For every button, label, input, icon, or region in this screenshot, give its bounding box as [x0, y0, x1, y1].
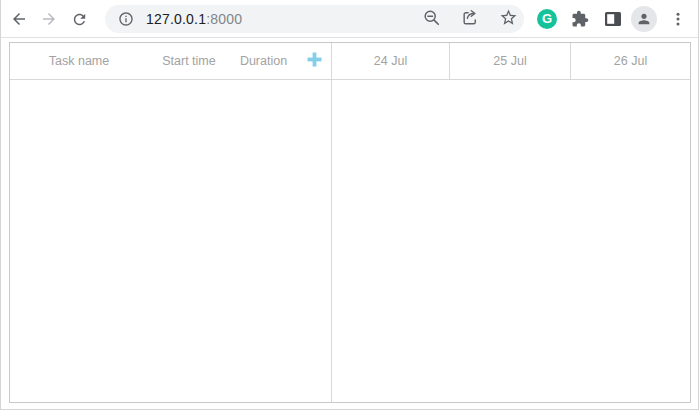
url-port: :8000	[206, 11, 242, 27]
plus-icon	[307, 52, 322, 71]
gantt-grid-body-empty	[10, 80, 332, 402]
side-panel-icon	[604, 10, 622, 28]
scale-cell-24-jul: 24 Jul	[332, 43, 450, 79]
gantt-timeline-scale: 24 Jul 25 Jul 26 Jul	[332, 43, 690, 79]
share-icon	[461, 8, 480, 30]
forward-arrow-icon	[40, 10, 58, 28]
side-panel-button[interactable]	[599, 5, 627, 33]
gantt-timeline-body-empty	[332, 80, 690, 402]
gantt-body	[10, 80, 690, 402]
page-content: Task name Start time Duration 24 Jul 25 …	[1, 38, 698, 410]
puzzle-piece-icon	[571, 10, 589, 28]
browser-window: 127.0.0.1:8000	[0, 0, 699, 410]
profile-avatar-icon	[631, 6, 657, 32]
column-header-start-time: Start time	[148, 43, 230, 79]
url-host: 127.0.0.1	[146, 11, 206, 27]
share-button[interactable]	[458, 7, 482, 31]
gantt-grid-header: Task name Start time Duration	[10, 43, 332, 79]
browser-menu-button[interactable]	[664, 5, 692, 33]
site-info-icon[interactable]	[118, 11, 134, 27]
browser-toolbar: 127.0.0.1:8000	[1, 0, 698, 38]
column-header-task-name: Task name	[10, 43, 148, 79]
gantt-header: Task name Start time Duration 24 Jul 25 …	[10, 43, 690, 80]
reload-button[interactable]	[65, 5, 93, 33]
forward-button[interactable]	[35, 5, 63, 33]
grammarly-icon: G	[537, 9, 557, 29]
add-column-button[interactable]	[297, 43, 331, 79]
magnifier-minus-icon	[423, 9, 441, 30]
grammarly-extension-button[interactable]: G	[533, 5, 561, 33]
back-button[interactable]	[5, 5, 33, 33]
profile-button[interactable]	[630, 5, 658, 33]
zoom-indicator-button[interactable]	[420, 7, 444, 31]
extensions-button[interactable]	[566, 5, 594, 33]
url-text: 127.0.0.1:8000	[146, 11, 242, 27]
scale-cell-26-jul: 26 Jul	[571, 43, 690, 79]
address-bar[interactable]: 127.0.0.1:8000	[105, 5, 524, 33]
gantt-chart: Task name Start time Duration 24 Jul 25 …	[9, 42, 691, 403]
scale-cell-25-jul: 25 Jul	[450, 43, 571, 79]
back-arrow-icon	[10, 10, 28, 28]
star-outline-icon	[499, 8, 518, 30]
reload-icon	[71, 11, 88, 28]
vertical-ellipsis-icon	[669, 10, 687, 28]
column-header-duration: Duration	[230, 43, 297, 79]
bookmark-button[interactable]	[496, 7, 520, 31]
